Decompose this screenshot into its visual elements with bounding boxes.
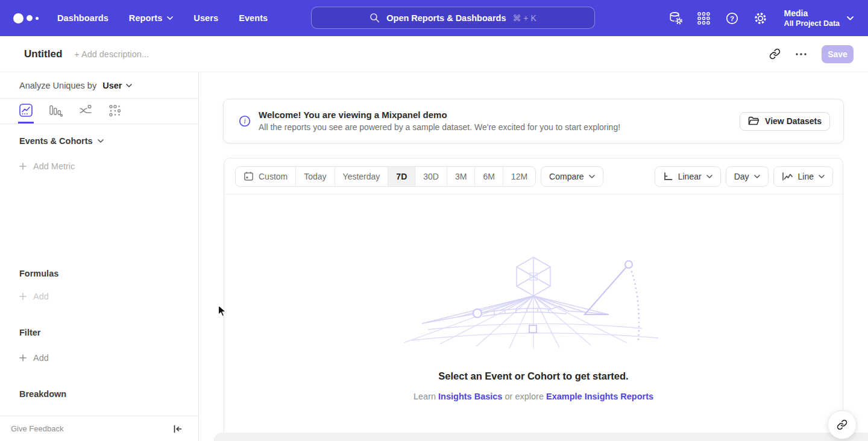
tab-bar-chart[interactable] <box>48 99 64 124</box>
logo-dot-large <box>13 13 24 23</box>
dots-grid-tab-icon <box>108 104 121 117</box>
range-3m-label: 3M <box>455 172 467 181</box>
share-link-fab[interactable] <box>828 410 857 439</box>
range-3m[interactable]: 3M <box>447 167 475 186</box>
chevron-down-icon <box>819 175 825 178</box>
mixpanel-logo[interactable] <box>13 13 39 23</box>
report-title[interactable]: Untitled <box>24 48 62 60</box>
info-icon: i <box>239 115 251 127</box>
empty-state-links: Learn Insights Basics or explore Example… <box>224 392 843 401</box>
report-description-placeholder[interactable]: + Add description... <box>74 49 149 59</box>
chevron-down-icon <box>754 175 760 178</box>
global-search-bar[interactable]: Open Reports & Dashboards ⌘ + K <box>311 7 595 29</box>
flow-tab-icon <box>79 104 92 117</box>
nav-events[interactable]: Events <box>239 13 268 23</box>
chart-type-selector[interactable]: Line <box>773 166 833 187</box>
example-reports-link[interactable]: Example Insights Reports <box>546 392 653 401</box>
search-icon <box>370 13 380 23</box>
tab-insights-line[interactable] <box>18 99 34 124</box>
range-30d[interactable]: 30D <box>415 167 447 186</box>
folder-icon <box>748 116 760 126</box>
analyze-by-row: Analyze Uniques by User <box>0 72 198 99</box>
link-icon <box>837 419 848 430</box>
project-switcher[interactable]: Media All Project Data <box>784 8 854 28</box>
compare-button[interactable]: Compare <box>541 166 603 187</box>
empty-state-title: Select an Event or Cohort to get started… <box>224 371 843 382</box>
project-scope: All Project Data <box>784 19 840 28</box>
linear-axis-icon <box>663 172 673 181</box>
range-yesterday-label: Yesterday <box>343 172 380 181</box>
tab-flow-chart[interactable] <box>78 99 93 124</box>
range-12m[interactable]: 12M <box>503 167 535 186</box>
apps-grid-icon[interactable] <box>697 11 711 25</box>
add-filter-label: Add <box>33 353 49 363</box>
chart-type-label: Line <box>798 172 814 181</box>
bar-chart-tab-icon <box>49 104 63 117</box>
range-6m-label: 6M <box>483 172 494 181</box>
range-yesterday[interactable]: Yesterday <box>335 167 389 186</box>
nav-dashboards[interactable]: Dashboards <box>57 13 108 23</box>
nav-reports[interactable]: Reports <box>129 13 174 23</box>
add-metric-label: Add Metric <box>33 161 75 171</box>
range-7d-label: 7D <box>396 172 407 181</box>
chevron-down-icon <box>167 16 173 20</box>
more-options-icon[interactable] <box>796 53 807 55</box>
plus-icon <box>19 293 27 300</box>
logo-dot-medium <box>27 15 33 21</box>
sidebar-footer: Give Feedback <box>0 416 198 441</box>
visualization-tabs <box>0 99 198 124</box>
chevron-down-icon <box>98 139 104 143</box>
banner-subtitle: All the reports you see are powered by a… <box>259 121 620 134</box>
add-formula-button[interactable]: Add <box>19 292 49 301</box>
plus-icon <box>19 163 27 170</box>
top-nav-bar: Dashboards Reports Users Events Open Rep… <box>0 0 868 36</box>
range-6m[interactable]: 6M <box>475 167 503 186</box>
interval-selector[interactable]: Day <box>726 166 769 187</box>
search-shortcut: ⌘ + K <box>512 13 536 23</box>
analyze-by-value: User <box>102 81 122 90</box>
chevron-down-icon <box>847 16 854 20</box>
interval-label: Day <box>734 172 749 181</box>
tab-retention-grid[interactable] <box>107 99 122 124</box>
next-section-peek <box>214 433 868 441</box>
data-management-icon[interactable] <box>668 11 683 25</box>
nav-users[interactable]: Users <box>193 13 218 23</box>
nav-users-label: Users <box>193 13 218 23</box>
or-explore-text: or explore <box>505 392 543 401</box>
date-range-segmented-control: Custom Today Yesterday 7D 30D 3M 6M 12M <box>235 166 536 187</box>
empty-state-illustration <box>404 252 663 352</box>
chevron-down-icon <box>706 175 712 178</box>
logo-dot-small <box>36 17 39 20</box>
give-feedback-link[interactable]: Give Feedback <box>11 424 63 433</box>
range-custom[interactable]: Custom <box>236 167 296 186</box>
compare-label: Compare <box>549 172 584 181</box>
help-icon[interactable]: ? <box>725 11 740 25</box>
add-metric-button[interactable]: Add Metric <box>19 161 75 171</box>
range-7d[interactable]: 7D <box>388 167 415 186</box>
analyze-by-selector[interactable]: User <box>102 81 132 90</box>
range-custom-label: Custom <box>259 172 288 181</box>
range-12m-label: 12M <box>511 172 527 181</box>
scale-selector[interactable]: Linear <box>655 166 721 187</box>
chevron-down-icon <box>126 84 132 87</box>
chart-display-controls: Linear Day Line <box>655 166 833 187</box>
top-nav-right: ? Media All Project Data <box>668 8 854 28</box>
settings-gear-icon[interactable] <box>753 11 768 25</box>
formulas-label: Formulas <box>19 269 58 278</box>
analyze-by-label: Analyze Uniques by <box>19 81 96 90</box>
view-datasets-button[interactable]: View Datasets <box>740 112 830 131</box>
chart-controls-row: Custom Today Yesterday 7D 30D 3M 6M 12M … <box>224 158 843 195</box>
breakdown-label: Breakdown <box>19 389 66 399</box>
main-content: i Welcome! You are viewing a Mixpanel de… <box>199 72 868 441</box>
events-cohorts-label: Events & Cohorts <box>19 136 93 146</box>
report-header-actions: Save <box>769 45 854 63</box>
nav-events-label: Events <box>239 13 268 23</box>
save-button[interactable]: Save <box>822 45 854 63</box>
insights-basics-link[interactable]: Insights Basics <box>438 392 502 401</box>
range-today[interactable]: Today <box>296 167 335 186</box>
events-cohorts-section[interactable]: Events & Cohorts <box>19 136 104 146</box>
svg-text:?: ? <box>730 14 734 22</box>
collapse-sidebar-icon[interactable] <box>173 425 182 433</box>
copy-link-icon[interactable] <box>769 48 781 60</box>
add-filter-button[interactable]: Add <box>19 353 49 363</box>
